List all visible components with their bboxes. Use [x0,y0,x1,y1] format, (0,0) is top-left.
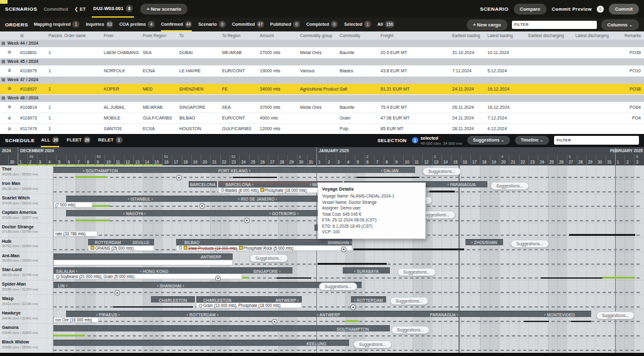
orders-filter-chip[interactable]: Inquiries63 [86,18,113,31]
column-header[interactable]: Earliest loading [451,31,486,40]
gantt-voyage-bar[interactable]: ANTWERP [53,253,233,260]
gantt-voyage-bar[interactable]: CHARLESTON [151,296,195,303]
gantt-marker-icon[interactable] [176,175,182,181]
column-header[interactable]: Order name [63,31,103,40]
suggestions-pill[interactable]: Suggestions... [391,326,430,334]
vessel-label[interactable]: Hawkeye34640 cbm / 31491 mts [2,311,52,321]
orders-filter-input[interactable]: FILTER [512,21,597,29]
gantt-voyage-bar[interactable]: SALALAH › [53,267,80,274]
column-header[interactable]: To [178,31,221,40]
suggestions-pill[interactable]: Suggestions... [511,240,549,248]
suggestions-pill[interactable]: Suggestions... [390,297,428,305]
order-row[interactable]: ⊘#1169731MOBILEGULF/CARIBSBILBAOEUR/CONT… [0,113,644,123]
vessel-label[interactable]: Scarlet Witch37418 cbm / 34016 mts [2,196,52,206]
order-edit-icon[interactable]: ⊘ [0,102,19,113]
order-edit-icon[interactable]: ⊘ [0,47,19,58]
suggestions-pill[interactable]: Suggestions... [397,268,436,276]
gantt-voyage-bar[interactable]: KEELUNG [53,340,349,346]
gantt-voyage-bar[interactable]: ‹ PIRAEUS ›‹ ROTTERDAM ›‹ ANTWERPPARANAG… [66,311,591,317]
gantt-cargo-strip[interactable]: GRAINS (25 000 mts) [88,245,154,251]
gantt-marker-icon[interactable] [350,304,356,310]
schedule-tab-fleet[interactable]: FLEET20 [67,134,91,147]
gantt-cargo-strip[interactable]: rate (33 786 mts) [53,231,97,236]
gantt-voyage-bar[interactable]: BILBAOSHANGHAI › [176,239,352,245]
new-cargo-button[interactable]: + New cargo [467,19,507,30]
orders-filter-chip[interactable]: Mapping required1 [34,18,80,31]
suggestions-dropdown[interactable]: Suggestions ⌄ [467,136,510,145]
compare-button[interactable]: Compare [514,4,547,14]
show-regions-toggle[interactable]: SHOW REGIONS ⌄ [291,166,327,170]
orders-filter-chip[interactable]: Selected1 [344,18,371,31]
column-header[interactable]: Latest discharging [574,31,618,40]
week-group-row[interactable]: ▦Week 48 / 2024 [0,94,644,102]
gantt-cargo-strip[interactable]: Soybeans (21 000 mts), Grain (5 000 mts) [53,274,242,279]
commit-preview-label[interactable]: Commit Preview [552,6,592,12]
column-header[interactable]: Latest loading [486,31,527,40]
columns-button[interactable]: Columns ⌄ [601,19,639,30]
gantt-voyage-bar[interactable]: ‹ ROTTERDAM [351,296,386,303]
vessel-label[interactable]: Black Widow31856 cbm / 28960 mts [2,340,52,350]
gantt-cargo-strip[interactable]: Steel Products (19 000 mts), Phosphate R… [176,245,352,251]
tab-active-scenario[interactable]: DU2-W03-001 8 [92,0,134,18]
orders-filter-chip[interactable]: Committed47 [232,18,264,31]
vessel-label[interactable]: Doctor Strange37165 cbm / 33786 mts [2,225,52,235]
week-group-row[interactable]: ▦Week 45 / 2024 [0,58,644,65]
column-header[interactable]: Freight [379,31,451,40]
column-header[interactable]: From [103,31,142,40]
week-group-row[interactable]: ▦Week 47 / 2024 [0,76,644,84]
gantt-cargo-strip[interactable] [53,260,233,265]
gantt-cargo-strip[interactable]: (7 000 mts) [53,202,92,208]
vessel-label[interactable]: Gamora33940 cbm / 30855 mts [2,325,52,335]
suggestions-pill[interactable]: Suggestions... [423,167,461,175]
suggestions-pill[interactable]: Suggestions... [319,282,357,291]
suggestions-pill[interactable]: Suggestions... [596,311,635,320]
order-edit-icon[interactable]: ⊘ [0,123,19,134]
column-header[interactable]: From Region [142,31,178,40]
column-header[interactable]: To Region [221,31,258,40]
schedule-tab-all[interactable]: ALL20 [41,134,59,147]
column-header[interactable]: Commodity [338,31,379,40]
vessel-label[interactable]: Thor40205 cbm / 36550 mts [2,167,52,177]
gantt-voyage-bar[interactable]: CHARLESTONANTWERP › [196,296,302,303]
vessel-label[interactable]: Captain America37265 cbm / 33877 mts [2,210,52,220]
gantt-voyage-bar[interactable]: LIN ›‹ SHANGHAI ›‹ ZHOUSHAN [53,282,362,288]
commit-button[interactable]: Commit [609,4,639,14]
gantt-marker-icon[interactable] [215,275,221,281]
gantt-voyage-bar[interactable]: SOUTHAMPTON [53,325,390,331]
vessel-label[interactable]: Wasp35416 cbm / 32196 mts [2,296,52,306]
gantt-marker-icon[interactable] [114,290,120,296]
gantt-voyage-bar[interactable]: ‹ SOUTHAMPTONPORT KELANG ›‹ DALIAN [53,167,415,173]
order-edit-icon[interactable]: ⊘ [0,84,19,94]
gantt-voyage-bar[interactable]: BARCELONA [189,181,217,187]
column-header[interactable]: Remarks [618,31,644,40]
orders-filter-chip[interactable]: COA prelims4 [119,18,155,31]
schedule-filter-input[interactable]: FILTER [554,136,639,145]
orders-filter-chip[interactable]: All156 [377,18,394,31]
suggestions-pill[interactable]: Suggestions... [353,340,392,348]
suggestions-pill[interactable]: Suggestions... [491,182,529,190]
vessel-label[interactable]: Iron Man38136 cbm / 34669 mts [2,181,52,191]
gantt-voyage-bar[interactable]: ROTTERDAMSEVILLE [88,239,154,245]
orders-filter-chip[interactable]: Scenario0 [198,18,226,31]
gantt-cargo-strip[interactable]: Grain (13 000 mts), Phosphate (18 000 mt… [196,303,302,308]
suggestions-pill[interactable]: Suggestions... [250,254,288,262]
column-header[interactable]: Amount [258,31,299,40]
order-edit-icon[interactable]: ⊘ [0,113,19,123]
vessel-label[interactable]: Star-Lord36023 cbm / 32748 mts [2,267,52,277]
gantt-voyage-bar[interactable]: ‹ ISTANBUL ›‹ RIO DE JANEIRO › [66,196,352,202]
gantt-voyage-bar[interactable]: ‹ ZHOUSHAN [465,239,503,245]
order-row[interactable]: ⊘#1169791NORFOLKECNALE HAVREEUR/CONT1900… [0,65,644,76]
column-header[interactable]: Id [19,31,47,40]
schedule-tab-relet[interactable]: RELET1 [98,134,123,147]
vessel-label[interactable]: Hulk36700 cbm / 33364 mts [2,239,52,249]
order-row[interactable]: ⊘#1169271KOPERMEDSHENZHENFE34000 mtsAgri… [0,84,644,94]
order-row[interactable]: ⊘#1168141AL JUBAILME/ARABSINGAPORESEA370… [0,102,644,113]
column-header[interactable]: Parcels [47,31,63,40]
order-row[interactable]: ⊘#1174791SANTOSECSAHOUSTONGULF/CARIBS120… [0,123,644,134]
timeline-dropdown[interactable]: Timeline ⌄ [515,136,549,145]
tab-committed-scenario[interactable]: Committed [43,6,68,12]
gantt-voyage-bar[interactable]: ‹ HONG KONGSINGAPORE › [80,267,292,274]
gantt-cargo-strip[interactable]: ron Ore (16 000 mts) [53,317,99,323]
gantt-voyage-bar[interactable]: ‹ SURABAYA [343,267,390,274]
week-group-row[interactable]: ▦Week 44 / 2024 [0,40,644,47]
